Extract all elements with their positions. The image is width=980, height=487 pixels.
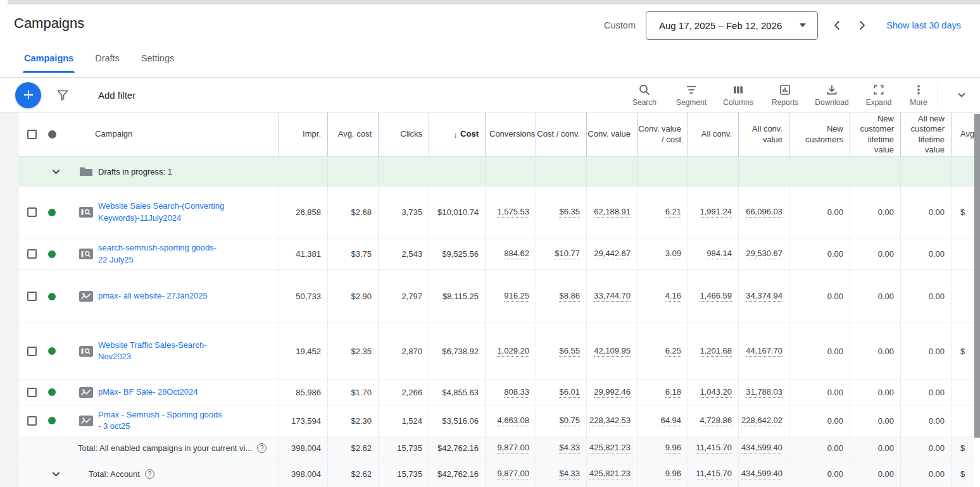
tab-drafts[interactable]: Drafts (95, 53, 120, 73)
new-customers-value: 0.00 (827, 207, 843, 217)
table-row: Website Sales Search-(Converting Keyword… (19, 187, 974, 238)
totals-label: Total: Account (89, 469, 140, 479)
impr-value: 85,986 (296, 388, 321, 397)
conv-value-per-cost-value: 9.96 (665, 443, 681, 453)
cost-per-conv-value: $6.35 (559, 207, 580, 218)
cost-value: $6,738.92 (442, 347, 479, 356)
new-campaign-button[interactable] (15, 82, 41, 108)
conv-value-per-cost-value: 6.25 (665, 346, 681, 357)
all-conv-value-value: 34,374.94 (746, 291, 782, 302)
drafts-row-label: Drafts in progress: 1 (98, 167, 172, 176)
status-circle-icon[interactable] (48, 130, 56, 139)
column-header-all-conv-value[interactable]: All conv. value (738, 113, 789, 156)
column-header-conv-value[interactable]: Conv. value (586, 113, 637, 156)
column-header-avg-cost[interactable]: Avg. cost (327, 113, 378, 156)
row-checkbox[interactable] (27, 416, 37, 426)
column-header-new-customers[interactable]: New customers (789, 113, 850, 156)
enabled-status-icon (48, 347, 56, 355)
expand-button[interactable]: Expand (855, 83, 902, 107)
column-header-all-conv[interactable]: All conv. (688, 113, 738, 156)
impr-value: 398,004 (291, 469, 321, 479)
conversions-value: 884.62 (504, 249, 529, 259)
page-title: Campaigns (14, 15, 84, 32)
column-header-new-customer-ltv[interactable]: New customer lifetime value (850, 113, 900, 156)
column-header-campaign[interactable]: Campaign (70, 113, 279, 156)
all-conv-value: 1,991.24 (700, 207, 732, 218)
row-checkbox[interactable] (27, 249, 37, 259)
download-button[interactable]: Download (808, 83, 855, 107)
page-tabs: Campaigns Drafts Settings (24, 53, 196, 73)
expand-drafts-button[interactable] (51, 166, 61, 177)
next-period-button[interactable] (850, 13, 874, 38)
campaign-link[interactable]: Pmax - Semrush - Sporting goods - 3 oct2… (98, 409, 225, 432)
column-header-avg-truncated[interactable]: Avg. (951, 113, 974, 156)
help-icon[interactable]: ? (257, 443, 267, 453)
campaign-link[interactable]: search-semrush-sporting goods-22 July25 (98, 242, 225, 265)
column-header-cost[interactable]: ↓Cost (429, 113, 485, 156)
all-new-customer-ltv-value: 0.00 (929, 292, 945, 301)
avg-cost-value: $2.35 (351, 347, 372, 356)
date-range-picker[interactable]: Aug 17, 2025 – Feb 12, 2026 (646, 11, 818, 40)
column-header-conv-value-per-cost[interactable]: Conv. value / cost (637, 113, 688, 156)
column-header-cost-per-conv[interactable]: Cost / conv. (536, 113, 586, 156)
search-button[interactable]: Search (621, 83, 668, 107)
column-header-all-new-customer-ltv[interactable]: All new customer lifetime value (900, 113, 951, 156)
date-range-value: Aug 17, 2025 – Feb 12, 2026 (659, 20, 782, 31)
row-checkbox[interactable] (27, 347, 37, 356)
row-checkbox[interactable] (27, 292, 37, 301)
chevron-down-icon (51, 166, 61, 177)
conv-value-value: 33,744.70 (594, 291, 631, 302)
columns-button[interactable]: Columns (715, 83, 762, 107)
top-divider (8, 0, 980, 4)
conv-value-value: 29,992.46 (594, 387, 631, 398)
avg-cost-value: $2.62 (351, 443, 372, 453)
campaign-link[interactable]: pMax- BF Sale- 28Oct2024 (98, 386, 198, 398)
conversions-value: 4,663.08 (497, 416, 529, 426)
help-icon[interactable]: ? (145, 469, 154, 479)
column-header-clicks[interactable]: Clicks (378, 113, 429, 156)
row-checkbox[interactable] (27, 207, 37, 217)
cost-value: $42,762.16 (437, 469, 479, 479)
impr-value: 41,381 (296, 249, 321, 259)
tab-campaigns[interactable]: Campaigns (24, 53, 73, 73)
filter-icon (56, 89, 69, 101)
impr-value: 50,733 (296, 292, 321, 301)
page-gutter (0, 113, 19, 487)
add-filter-label[interactable]: Add filter (98, 90, 135, 101)
tab-settings[interactable]: Settings (141, 53, 174, 73)
segment-button[interactable]: Segment (668, 83, 715, 107)
new-customer-ltv-value: 0.00 (878, 469, 894, 479)
collapse-toolbar-button[interactable] (943, 88, 980, 102)
clicks-value: 15,735 (397, 469, 422, 479)
previous-period-button[interactable] (826, 13, 850, 38)
reports-button[interactable]: Reports (762, 83, 808, 107)
select-all-checkbox[interactable] (27, 130, 37, 139)
clicks-value: 3,735 (401, 207, 422, 217)
new-customer-ltv-value: 0.00 (878, 249, 894, 259)
conv-value-value: 425,821.23 (589, 469, 631, 479)
new-customer-ltv-value: 0.00 (878, 388, 894, 397)
campaign-link[interactable]: pmax- all website- 27Jan2025 (98, 290, 208, 302)
campaign-link[interactable]: Website Sales Search-(Converting Keyword… (98, 200, 225, 223)
campaign-link[interactable]: Website Traffic Sales-Search-Nov2023 (98, 340, 225, 362)
filter-button[interactable] (56, 89, 69, 101)
cost-per-conv-value: $8.86 (559, 291, 580, 302)
avg-cost-value: $2.62 (351, 469, 372, 479)
avg-partial-value: $ (960, 347, 965, 356)
column-header-conversions[interactable]: Conversions (485, 113, 536, 156)
show-last-30-days-link[interactable]: Show last 30 days (886, 20, 961, 30)
new-customers-value: 0.00 (827, 292, 843, 301)
all-new-customer-ltv-value: 0.00 (929, 249, 945, 259)
more-button[interactable]: More (902, 83, 935, 107)
row-checkbox[interactable] (27, 388, 37, 397)
expand-account-total-button[interactable] (51, 469, 61, 479)
totals-row-enabled-campaigns: Total: All enabled campaigns in your cur… (19, 436, 974, 460)
all-conv-value: 11,415.70 (696, 443, 732, 453)
enabled-status-icon (48, 293, 56, 300)
column-header-impr[interactable]: Impr. (279, 113, 327, 156)
campaigns-table: Campaign Impr. Avg. cost Clicks ↓Cost Co… (19, 113, 974, 487)
cost-value: $10,010.74 (437, 207, 479, 217)
all-conv-value-value: 434,599.40 (741, 469, 782, 479)
vertical-scrollbar[interactable] (974, 114, 980, 438)
drafts-in-progress-row[interactable]: Drafts in progress: 1 (19, 157, 974, 187)
